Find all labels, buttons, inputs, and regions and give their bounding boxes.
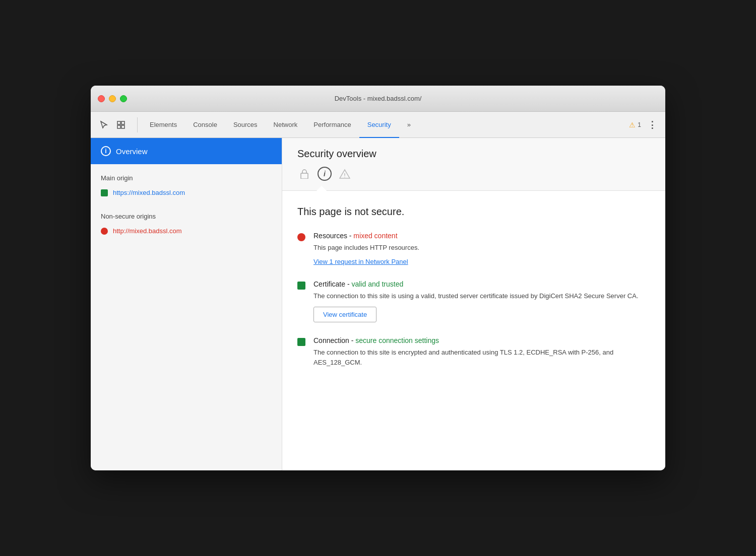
view-network-link[interactable]: View 1 request in Network Panel bbox=[313, 258, 408, 265]
tab-network[interactable]: Network bbox=[266, 112, 306, 138]
maximize-button[interactable] bbox=[120, 95, 127, 102]
resources-description: This page includes HTTP resources. bbox=[313, 243, 419, 253]
security-panel: Security overview i bbox=[282, 138, 665, 470]
panel-body: This page is not secure. Resources - mix… bbox=[282, 191, 665, 400]
main-origin-dot bbox=[101, 189, 108, 196]
tab-elements[interactable]: Elements bbox=[142, 112, 185, 138]
certificate-content: Certificate - valid and trusted The conn… bbox=[313, 280, 639, 323]
warning-triangle-icon bbox=[338, 167, 352, 181]
toolbar-divider bbox=[137, 117, 138, 132]
connection-content: Connection - secure connection settings … bbox=[313, 336, 650, 371]
sidebar-main-origin-section: Main origin https://mixed.badssl.com bbox=[91, 164, 282, 202]
main-origin-item[interactable]: https://mixed.badssl.com bbox=[101, 187, 272, 198]
connection-title: Connection - secure connection settings bbox=[313, 336, 650, 344]
warning-icon: ⚠ bbox=[629, 121, 636, 129]
connection-description: The connection to this site is encrypted… bbox=[313, 348, 650, 367]
devtools-window: DevTools - mixed.badssl.com/ Element bbox=[91, 86, 665, 470]
inspector-icon[interactable] bbox=[114, 118, 128, 132]
warning-badge[interactable]: ⚠ 1 bbox=[629, 121, 641, 129]
minimize-button[interactable] bbox=[109, 95, 116, 102]
resources-item: Resources - mixed content This page incl… bbox=[297, 232, 650, 266]
tab-console[interactable]: Console bbox=[185, 112, 225, 138]
resources-title: Resources - mixed content bbox=[313, 232, 419, 240]
connection-status: secure connection settings bbox=[355, 336, 439, 344]
connection-dot bbox=[297, 338, 305, 346]
info-icon: i bbox=[318, 167, 332, 181]
lock-icon bbox=[297, 167, 311, 181]
overview-label: Overview bbox=[116, 147, 148, 156]
certificate-status: valid and trusted bbox=[351, 280, 403, 288]
toolbar-right: ⚠ 1 ⋮ bbox=[629, 118, 659, 132]
certificate-description: The connection to this site is using a v… bbox=[313, 291, 639, 301]
svg-rect-3 bbox=[121, 125, 124, 128]
overview-info-icon: i bbox=[101, 146, 111, 156]
certificate-item: Certificate - valid and trusted The conn… bbox=[297, 280, 650, 323]
security-icons-row: i bbox=[297, 167, 650, 186]
non-secure-title: Non-secure origins bbox=[101, 213, 272, 220]
svg-rect-1 bbox=[121, 121, 124, 124]
certificate-dot bbox=[297, 282, 305, 290]
non-secure-item[interactable]: http://mixed.badssl.com bbox=[101, 225, 272, 237]
svg-point-6 bbox=[344, 177, 345, 178]
more-options-button[interactable]: ⋮ bbox=[645, 118, 659, 132]
non-secure-link[interactable]: http://mixed.badssl.com bbox=[113, 227, 182, 235]
svg-rect-2 bbox=[117, 125, 120, 128]
svg-rect-4 bbox=[301, 173, 308, 179]
panel-title: Security overview bbox=[297, 148, 650, 160]
page-status: This page is not secure. bbox=[297, 206, 650, 218]
window-title: DevTools - mixed.badssl.com/ bbox=[335, 95, 422, 102]
traffic-lights bbox=[98, 95, 127, 102]
sidebar: i Overview Main origin https://mixed.bad… bbox=[91, 138, 282, 470]
tab-sources[interactable]: Sources bbox=[225, 112, 266, 138]
resources-dot bbox=[297, 233, 305, 241]
close-button[interactable] bbox=[98, 95, 105, 102]
title-bar: DevTools - mixed.badssl.com/ bbox=[91, 86, 665, 112]
resources-status: mixed content bbox=[353, 232, 397, 240]
tab-performance[interactable]: Performance bbox=[305, 112, 359, 138]
main-origin-link[interactable]: https://mixed.badssl.com bbox=[113, 189, 185, 196]
toolbar: Elements Console Sources Network Perform… bbox=[91, 112, 665, 138]
tab-security[interactable]: Security bbox=[359, 112, 399, 138]
main-content: i Overview Main origin https://mixed.bad… bbox=[91, 138, 665, 470]
view-certificate-button[interactable]: View certificate bbox=[313, 307, 376, 322]
cursor-icon[interactable] bbox=[97, 118, 111, 132]
resources-content: Resources - mixed content This page incl… bbox=[313, 232, 419, 266]
toolbar-icons bbox=[97, 118, 128, 132]
sidebar-overview-item[interactable]: i Overview bbox=[91, 138, 282, 164]
svg-rect-0 bbox=[117, 121, 120, 124]
tab-more[interactable]: » bbox=[399, 112, 419, 138]
non-secure-dot bbox=[101, 228, 108, 235]
main-origin-title: Main origin bbox=[101, 174, 272, 182]
panel-indicator-triangle bbox=[317, 186, 327, 191]
certificate-title: Certificate - valid and trusted bbox=[313, 280, 639, 288]
panel-header: Security overview i bbox=[282, 138, 665, 191]
connection-item: Connection - secure connection settings … bbox=[297, 336, 650, 371]
tabs: Elements Console Sources Network Perform… bbox=[142, 112, 629, 138]
sidebar-nonsecure-section: Non-secure origins http://mixed.badssl.c… bbox=[91, 202, 282, 241]
